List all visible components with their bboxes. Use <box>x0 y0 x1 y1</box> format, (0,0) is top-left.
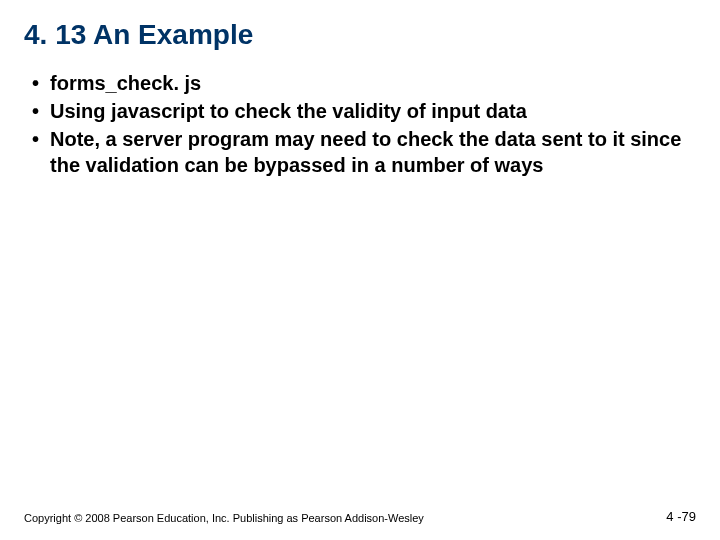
list-item: Note, a server program may need to check… <box>32 126 696 178</box>
bullet-list: forms_check. js Using javascript to chec… <box>24 70 696 178</box>
slide-footer: Copyright © 2008 Pearson Education, Inc.… <box>24 509 696 524</box>
list-item: forms_check. js <box>32 70 696 96</box>
list-item: Using javascript to check the validity o… <box>32 98 696 124</box>
copyright-text: Copyright © 2008 Pearson Education, Inc.… <box>24 512 424 524</box>
slide-title: 4. 13 An Example <box>24 18 696 52</box>
slide: 4. 13 An Example forms_check. js Using j… <box>0 0 720 540</box>
page-number: 4 -79 <box>666 509 696 524</box>
